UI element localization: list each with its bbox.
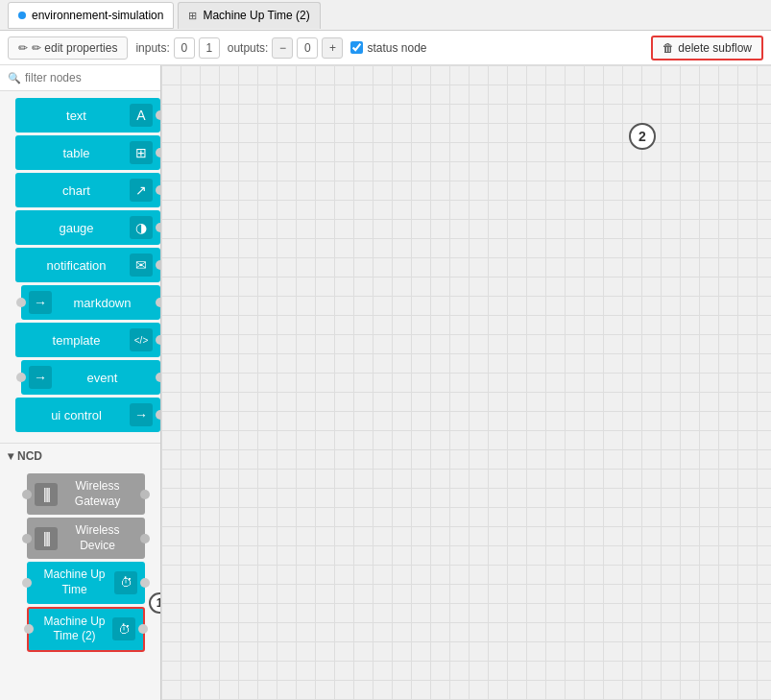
node-machine-2-left-port <box>24 624 34 634</box>
node-wireless-device-label: WirelessDevice <box>58 523 137 553</box>
toolbar: ✏ ✏ edit properties inputs: 0 1 outputs:… <box>0 31 771 65</box>
template-icon: </> <box>130 328 153 351</box>
sidebar: 🔍 text A table ⊞ <box>0 65 161 700</box>
outputs-value[interactable]: 0 <box>297 37 318 59</box>
chart-icon: ↗ <box>130 179 153 202</box>
node-machine-up-time[interactable]: Machine UpTime ⏱ <box>27 562 145 603</box>
top-bar: environnement-simulation ⊞ Machine Up Ti… <box>0 0 771 31</box>
node-wireless-gateway-left-port <box>22 490 32 499</box>
node-notification-label: notification <box>23 258 130 273</box>
inputs-control: inputs: 0 1 <box>135 37 219 59</box>
badge-1: 1 <box>149 592 161 614</box>
tab-dot <box>18 12 26 19</box>
filter-bar: 🔍 <box>0 65 160 91</box>
node-markdown-label: markdown <box>52 296 153 310</box>
node-template[interactable]: template </> <box>15 323 160 357</box>
outputs-control: outputs: − 0 + <box>228 37 344 59</box>
node-wireless-device[interactable]: ||| WirelessDevice <box>27 518 145 559</box>
node-text[interactable]: text A <box>15 98 160 133</box>
tab-machine-up-time[interactable]: ⊞ Machine Up Time (2) <box>178 2 320 29</box>
markdown-left-icon: → <box>29 291 52 314</box>
node-event-left-port <box>16 373 26 382</box>
node-table-label: table <box>23 146 130 160</box>
delete-subflow-button[interactable]: 🗑 delete subflow <box>651 36 763 60</box>
node-markdown-left-port <box>16 298 26 307</box>
node-chart-label: chart <box>23 183 130 198</box>
node-wireless-gateway-label: WirelessGateway <box>58 479 137 509</box>
node-ui-control-label: ui control <box>23 408 130 422</box>
text-a-icon: A <box>130 104 153 127</box>
node-machine-right-port <box>140 578 150 588</box>
node-event-label: event <box>52 371 153 385</box>
node-gauge-label: gauge <box>23 221 130 235</box>
wireless-device-icon: ||| <box>35 527 58 550</box>
badge-2-label: 2 <box>638 129 646 144</box>
tab-icon: ⊞ <box>188 10 197 22</box>
delete-icon: 🗑 <box>663 41 674 55</box>
outputs-minus-button[interactable]: − <box>272 37 293 59</box>
node-machine-2-right-port <box>138 624 148 634</box>
inputs-value-1[interactable]: 1 <box>199 37 220 59</box>
status-node-label: status node <box>367 41 426 55</box>
node-wireless-gateway-right-port <box>140 490 150 499</box>
outputs-label: outputs: <box>228 41 269 55</box>
status-node-control[interactable]: status node <box>350 41 426 55</box>
delete-subflow-label: delete subflow <box>678 41 752 55</box>
tab-simulation-label: environnement-simulation <box>32 9 163 22</box>
gauge-icon: ◑ <box>130 216 153 239</box>
edit-properties-button[interactable]: ✏ ✏ edit properties <box>8 36 128 60</box>
node-machine-left-port <box>22 578 32 588</box>
node-text-label: text <box>23 109 130 123</box>
filter-input[interactable] <box>25 71 153 84</box>
machine-clock-icon: ⏱ <box>114 571 137 594</box>
node-ui-control[interactable]: ui control → <box>15 398 160 432</box>
node-table[interactable]: table ⊞ <box>15 135 160 170</box>
node-gauge[interactable]: gauge ◑ <box>15 210 160 245</box>
wireless-gateway-icon: ||| <box>35 483 58 506</box>
node-event[interactable]: → event <box>21 360 160 395</box>
tab-simulation[interactable]: environnement-simulation <box>8 2 174 29</box>
inputs-value-0[interactable]: 0 <box>174 37 195 59</box>
tab-machine-label: Machine Up Time (2) <box>203 9 309 22</box>
node-wireless-device-right-port <box>140 534 150 543</box>
canvas-area[interactable]: 2 <box>161 65 771 700</box>
notification-icon: ✉ <box>130 253 153 277</box>
node-chart[interactable]: chart ↗ <box>15 173 160 207</box>
ncd-section-header[interactable]: ▾ NCD <box>0 443 160 469</box>
status-node-checkbox[interactable] <box>350 41 363 54</box>
edit-properties-label: ✏ edit properties <box>32 41 117 55</box>
outputs-plus-button[interactable]: + <box>322 37 343 59</box>
main-layout: 🔍 text A table ⊞ <box>0 65 771 700</box>
node-machine-up-time-2[interactable]: Machine UpTime (2) ⏱ <box>27 607 145 652</box>
node-wireless-gateway[interactable]: ||| WirelessGateway <box>27 473 145 515</box>
event-left-icon: → <box>29 366 52 389</box>
node-wireless-device-left-port <box>22 534 32 543</box>
node-machine-up-time-label: Machine UpTime <box>35 567 114 597</box>
filter-icon: 🔍 <box>8 72 21 84</box>
node-template-label: template <box>23 333 130 348</box>
chevron-down-icon: ▾ <box>8 449 13 463</box>
machine-clock-2-icon: ⏱ <box>112 617 135 640</box>
node-machine-up-time-2-label: Machine UpTime (2) <box>36 615 112 644</box>
ui-control-icon: → <box>130 403 153 426</box>
node-markdown[interactable]: → markdown <box>21 285 160 320</box>
inputs-label: inputs: <box>135 41 169 55</box>
edit-icon: ✏ <box>18 41 28 55</box>
badge-2: 2 <box>629 123 656 150</box>
ncd-section-label: NCD <box>17 449 42 463</box>
table-icon: ⊞ <box>130 141 153 164</box>
node-notification[interactable]: notification ✉ <box>15 248 160 282</box>
